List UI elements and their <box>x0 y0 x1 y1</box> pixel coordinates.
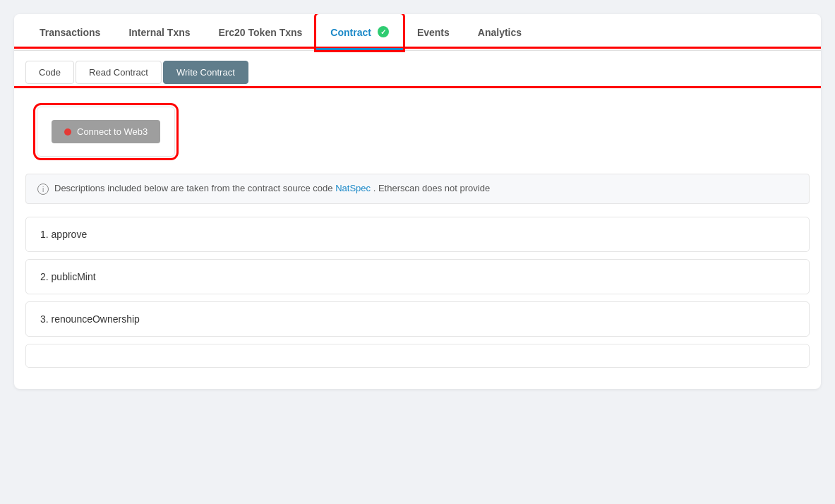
info-notice: i Descriptions included below are taken … <box>25 174 810 204</box>
tab-contract[interactable]: Contract <box>316 14 403 50</box>
sub-tabs-bar: Code Read Contract Write Contract <box>14 51 821 84</box>
contract-item-name-2: publicMint <box>52 271 96 282</box>
connect-section: Connect to Web3 <box>37 107 175 157</box>
verified-icon <box>378 26 389 37</box>
tab-analytics[interactable]: Analytics <box>464 14 536 50</box>
tab-erc20-token-txns[interactable]: Erc20 Token Txns <box>205 14 317 50</box>
info-text: Descriptions included below are taken fr… <box>54 183 490 193</box>
natspec-link[interactable]: NatSpec <box>335 183 371 193</box>
contract-item-publicmint[interactable]: 2. publicMint <box>25 259 810 294</box>
main-container: Transactions Internal Txns Erc20 Token T… <box>14 14 821 389</box>
contract-item-index-1: 1. <box>40 229 52 240</box>
contract-item-name-1: approve <box>52 229 88 240</box>
sub-tab-write-contract[interactable]: Write Contract <box>163 61 248 84</box>
contract-item-index-3: 3. <box>40 313 52 325</box>
sub-tab-read-contract[interactable]: Read Contract <box>76 61 162 84</box>
connect-dot-icon <box>64 128 71 136</box>
tabs-bar: Transactions Internal Txns Erc20 Token T… <box>14 14 821 51</box>
contract-item-name-3: renounceOwnership <box>52 313 140 325</box>
contract-items-list: 1. approve 2. publicMint 3. renounceOwne… <box>14 211 821 389</box>
tab-contract-label: Contract <box>330 27 371 38</box>
info-icon: i <box>37 184 49 195</box>
contract-item-4[interactable] <box>25 344 810 368</box>
connect-button-label: Connect to Web3 <box>77 126 148 137</box>
tab-events[interactable]: Events <box>403 14 464 50</box>
sub-tab-code[interactable]: Code <box>25 61 74 84</box>
contract-item-approve[interactable]: 1. approve <box>25 217 810 252</box>
contract-item-index-2: 2. <box>40 271 52 282</box>
contract-item-renounceownership[interactable]: 3. renounceOwnership <box>25 301 810 337</box>
tab-internal-txns[interactable]: Internal Txns <box>114 14 204 50</box>
connect-to-web3-button[interactable]: Connect to Web3 <box>52 120 160 143</box>
tab-transactions[interactable]: Transactions <box>25 14 114 50</box>
